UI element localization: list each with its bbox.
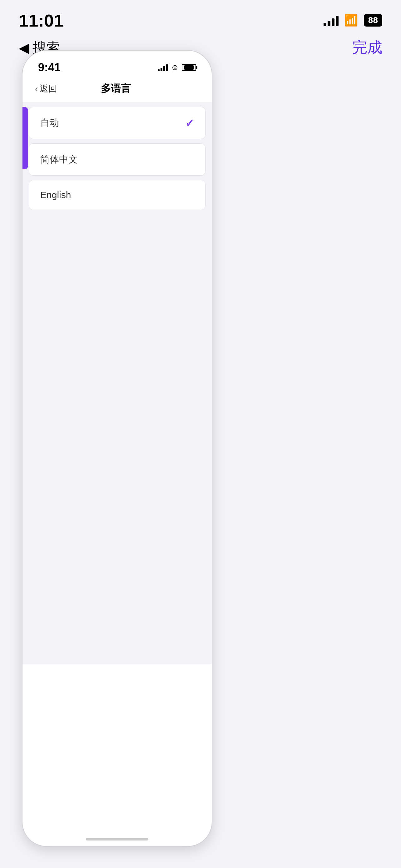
- inner-time: 9:41: [38, 61, 61, 74]
- language-item-en[interactable]: English: [29, 180, 205, 210]
- checkmark-icon: ✓: [185, 117, 194, 129]
- battery-icon: 88: [364, 14, 382, 27]
- inner-content: 自动 ✓ 简体中文 English: [23, 102, 212, 664]
- language-auto-label: 自动: [40, 117, 59, 129]
- inner-back-chevron-icon: ‹: [35, 84, 38, 94]
- done-button[interactable]: 完成: [352, 37, 382, 58]
- inner-signal-icon: [158, 64, 168, 71]
- inner-status-icons: ⊜: [158, 63, 196, 72]
- outer-status-bar: 11:01 📶 88: [0, 0, 401, 34]
- inner-page-title: 多语言: [101, 82, 131, 96]
- inner-nav-bar: ‹ 返回 多语言: [23, 79, 212, 102]
- inner-back-label: 返回: [40, 83, 57, 95]
- wifi-icon: 📶: [344, 14, 358, 27]
- purple-accent: [23, 107, 28, 169]
- phone-mockup: 9:41 ⊜ ‹ 返回 多语言: [22, 50, 212, 847]
- inner-wifi-icon: ⊜: [172, 63, 178, 72]
- outer-time: 11:01: [19, 10, 63, 31]
- inner-battery-icon: [182, 64, 196, 71]
- language-zh-label: 简体中文: [40, 153, 78, 166]
- home-indicator: [86, 838, 148, 840]
- language-item-zh[interactable]: 简体中文: [29, 144, 205, 176]
- signal-icon: [324, 15, 338, 26]
- outer-screen: 11:01 📶 88 ◀ 搜索 完成 9:41: [0, 0, 401, 868]
- back-arrow-icon: ◀: [19, 40, 29, 56]
- language-en-label: English: [40, 190, 71, 200]
- outer-status-icons: 📶 88: [324, 14, 382, 27]
- language-list: 自动 ✓ 简体中文 English: [23, 102, 212, 214]
- language-item-auto[interactable]: 自动 ✓: [29, 107, 205, 139]
- inner-status-bar: 9:41 ⊜: [23, 51, 212, 79]
- inner-back-button[interactable]: ‹ 返回: [35, 83, 57, 95]
